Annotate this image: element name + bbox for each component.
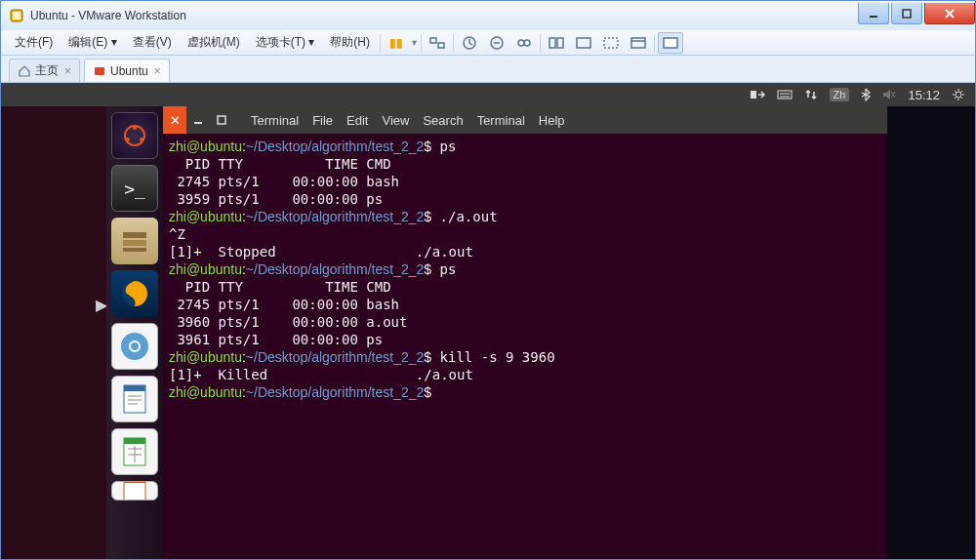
svg-rect-13 (557, 38, 563, 48)
svg-rect-48 (124, 481, 145, 500)
window-title: Ubuntu - VMware Workstation (30, 9, 856, 22)
terminal-menu-terminal2[interactable]: Terminal (477, 113, 525, 128)
close-button[interactable] (924, 3, 975, 24)
svg-rect-19 (95, 67, 104, 75)
calc-launcher-icon[interactable] (111, 428, 158, 475)
terminal-menu-file[interactable]: File (312, 113, 333, 128)
updown-icon[interactable] (804, 88, 818, 101)
terminal-menu-edit[interactable]: Edit (346, 113, 368, 128)
view-fullscreen-button[interactable] (598, 32, 624, 54)
separator (654, 34, 655, 52)
svg-rect-21 (778, 91, 792, 99)
svg-point-29 (126, 138, 130, 141)
svg-rect-16 (631, 38, 645, 48)
network-icon[interactable] (750, 88, 765, 101)
svg-rect-33 (123, 248, 146, 252)
snapshot-manager-button[interactable] (511, 32, 537, 54)
ubuntu-desktop: Zh 15:12 ▶ >_ (1, 83, 975, 559)
send-ctrl-alt-del-button[interactable] (425, 32, 450, 54)
firefox-launcher-icon[interactable] (111, 270, 158, 317)
window-buttons (856, 3, 975, 24)
svg-rect-20 (751, 91, 756, 99)
svg-point-30 (140, 138, 143, 141)
svg-rect-39 (124, 385, 145, 391)
snapshot-button[interactable] (457, 32, 482, 54)
gear-icon[interactable] (952, 88, 965, 101)
snapshot-revert-button[interactable] (484, 32, 509, 54)
files-launcher-icon[interactable] (111, 218, 158, 264)
menu-file[interactable]: 文件(F) (7, 31, 61, 54)
view-split-button[interactable] (544, 32, 569, 54)
terminal-menu-search[interactable]: Search (423, 113, 463, 128)
terminal-body[interactable]: zhi@ubuntu:~/Desktop/algorithm/test_2_2$… (163, 134, 887, 559)
svg-rect-12 (549, 38, 555, 48)
svg-point-28 (133, 126, 137, 130)
tab-close-icon[interactable]: × (64, 64, 71, 78)
menu-help[interactable]: 帮助(H) (322, 31, 378, 54)
menu-vm[interactable]: 虚拟机(M) (180, 31, 248, 54)
terminal-launcher-icon[interactable]: >_ (111, 165, 158, 212)
launcher-arrow-icon: ▶ (96, 296, 105, 305)
dash-icon[interactable] (111, 112, 158, 159)
terminal-menubar: Terminal File Edit View Search Terminal … (241, 108, 575, 132)
terminal-minimize-button[interactable] (186, 106, 210, 134)
vmware-icon (9, 8, 24, 23)
vmware-window: Ubuntu - VMware Workstation 文件(F) 编辑(E) … (0, 0, 976, 560)
impress-launcher-icon[interactable] (111, 481, 158, 500)
terminal-maximize-button[interactable] (210, 106, 233, 134)
menubar: 文件(F) 编辑(E) ▾ 查看(V) 虚拟机(M) 选项卡(T) ▾ 帮助(H… (1, 30, 975, 56)
maximize-button[interactable] (891, 3, 922, 24)
menu-view[interactable]: 查看(V) (125, 31, 180, 54)
vm-icon (93, 64, 106, 78)
writer-launcher-icon[interactable] (111, 376, 158, 422)
separator (540, 34, 541, 52)
volume-icon[interactable] (882, 89, 896, 100)
view-console-button[interactable] (658, 32, 683, 54)
svg-rect-44 (124, 438, 145, 444)
terminal-titlebar[interactable]: ✕ Terminal File Edit View Search Termina… (163, 106, 887, 134)
window-titlebar: Ubuntu - VMware Workstation (1, 1, 975, 30)
minimize-button[interactable] (858, 3, 889, 24)
unity-launcher: >_ (106, 106, 163, 559)
menu-tabs[interactable]: 选项卡(T) ▾ (248, 31, 323, 54)
desktop-background (887, 106, 975, 559)
terminal-menu-terminal[interactable]: Terminal (251, 113, 299, 128)
svg-rect-14 (577, 38, 590, 48)
terminal-close-button[interactable]: ✕ (163, 106, 186, 134)
view-single-button[interactable] (571, 32, 596, 54)
dropdown-icon[interactable]: ▼ (410, 38, 419, 48)
tab-label: Ubuntu (110, 64, 148, 78)
view-unity-button[interactable] (626, 32, 651, 54)
home-icon (18, 64, 31, 78)
svg-rect-7 (438, 43, 444, 48)
tabs-row: 主页 × Ubuntu × (1, 56, 975, 83)
svg-rect-18 (664, 38, 677, 48)
svg-point-11 (524, 40, 530, 46)
svg-rect-1 (13, 12, 20, 20)
menu-edit[interactable]: 编辑(E) ▾ (61, 31, 124, 54)
svg-point-37 (131, 342, 139, 350)
separator (421, 34, 422, 52)
terminal-window: ✕ Terminal File Edit View Search Termina… (163, 106, 887, 559)
tab-close-icon[interactable]: × (154, 64, 161, 78)
pause-button[interactable]: ▮▮ (384, 32, 409, 54)
svg-rect-31 (123, 232, 146, 238)
terminal-menu-view[interactable]: View (382, 113, 409, 128)
vm-viewport[interactable]: Zh 15:12 ▶ >_ (1, 83, 975, 559)
clock[interactable]: 15:12 (908, 88, 940, 102)
svg-point-10 (518, 40, 524, 46)
svg-rect-15 (604, 38, 618, 48)
svg-point-26 (956, 92, 961, 98)
tab-ubuntu[interactable]: Ubuntu × (84, 59, 170, 82)
chromium-launcher-icon[interactable] (111, 323, 158, 370)
ubuntu-top-panel: Zh 15:12 (1, 83, 975, 106)
terminal-window-controls: ✕ (163, 106, 233, 134)
bluetooth-icon[interactable] (861, 88, 871, 101)
svg-rect-51 (218, 116, 225, 124)
terminal-menu-help[interactable]: Help (539, 113, 565, 128)
tab-label: 主页 (35, 62, 59, 79)
tab-home[interactable]: 主页 × (9, 59, 80, 82)
keyboard-icon[interactable] (777, 89, 793, 100)
svg-rect-49 (124, 481, 145, 483)
input-method-indicator[interactable]: Zh (830, 88, 850, 101)
